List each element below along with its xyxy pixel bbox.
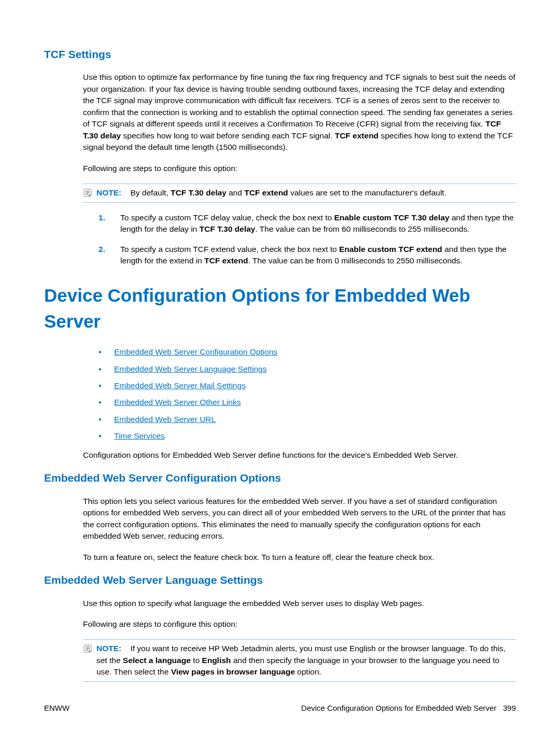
link-ews-language[interactable]: Embedded Web Server Language Settings bbox=[114, 364, 267, 373]
text: To specify a custom TCF extend value, ch… bbox=[120, 245, 339, 254]
tcf-steps-intro: Following are steps to configure this op… bbox=[83, 163, 516, 174]
list-item: To specify a custom TCF delay value, che… bbox=[99, 212, 516, 235]
bold-text: TCF T.30 delay bbox=[171, 188, 227, 197]
list-item: Embedded Web Server URL bbox=[99, 414, 516, 425]
text: . The value can be from 0 milliseconds t… bbox=[248, 256, 462, 265]
bold-text: TCF T.30 delay bbox=[200, 224, 256, 233]
text bbox=[124, 644, 131, 653]
link-ews-mail[interactable]: Embedded Web Server Mail Settings bbox=[114, 381, 246, 390]
page-footer: ENWW Device Configuration Options for Em… bbox=[44, 702, 516, 714]
text: option. bbox=[295, 667, 321, 676]
text: to bbox=[191, 656, 202, 665]
text: and bbox=[227, 188, 244, 197]
bold-text: English bbox=[202, 656, 231, 665]
link-time-services[interactable]: Time Services bbox=[114, 431, 165, 440]
text bbox=[124, 188, 131, 197]
footer-right: Device Configuration Options for Embedde… bbox=[301, 702, 516, 714]
ews-intro-paragraph: Configuration options for Embedded Web S… bbox=[83, 449, 516, 461]
text: To specify a custom TCF delay value, che… bbox=[120, 213, 334, 222]
bold-text: Enable custom TCF T.30 delay bbox=[334, 213, 449, 222]
text: . The value can be from 60 milliseconds … bbox=[255, 224, 469, 233]
tcf-steps-list: To specify a custom TCF delay value, che… bbox=[99, 212, 516, 267]
note-icon bbox=[83, 188, 92, 198]
heading-device-config: Device Configuration Options for Embedde… bbox=[44, 283, 516, 335]
list-item: To specify a custom TCF extend value, ch… bbox=[99, 244, 516, 267]
footer-section-title: Device Configuration Options for Embedde… bbox=[301, 704, 497, 712]
ews-config-para2: To turn a feature on, select the feature… bbox=[83, 552, 516, 563]
list-item: Embedded Web Server Mail Settings bbox=[99, 380, 516, 391]
note-icon bbox=[83, 644, 92, 653]
heading-ews-config-options: Embedded Web Server Configuration Option… bbox=[44, 470, 516, 486]
heading-ews-language: Embedded Web Server Language Settings bbox=[44, 572, 516, 588]
footer-left: ENWW bbox=[44, 702, 69, 714]
text: values are set to the manufacturer's def… bbox=[288, 188, 446, 197]
ews-config-para1: This option lets you select various feat… bbox=[83, 496, 516, 542]
bold-text: Enable custom TCF extend bbox=[339, 245, 442, 254]
text: By default, bbox=[130, 188, 171, 197]
heading-tcf-settings: TCF Settings bbox=[44, 47, 516, 62]
links-list: Embedded Web Server Configuration Option… bbox=[99, 346, 516, 442]
bold-text: TCF extend bbox=[335, 131, 379, 140]
link-ews-url[interactable]: Embedded Web Server URL bbox=[114, 415, 216, 424]
page-number: 399 bbox=[503, 704, 516, 712]
note-label: NOTE: bbox=[96, 188, 121, 197]
note-box: NOTE: If you want to receive HP Web Jeta… bbox=[83, 639, 516, 681]
text: Use this option to optimize fax performa… bbox=[83, 73, 515, 128]
list-item: Time Services bbox=[99, 430, 516, 442]
text: specifies how long to wait before sendin… bbox=[121, 131, 334, 140]
ews-lang-para1: Use this option to specify what language… bbox=[83, 598, 516, 609]
tcf-intro-paragraph: Use this option to optimize fax performa… bbox=[83, 72, 516, 153]
list-item: Embedded Web Server Language Settings bbox=[99, 363, 516, 375]
bold-text: TCF extend bbox=[244, 188, 288, 197]
bold-text: View pages in browser language bbox=[171, 667, 295, 676]
list-item: Embedded Web Server Other Links bbox=[99, 397, 516, 408]
ews-lang-para2: Following are steps to configure this op… bbox=[83, 619, 516, 630]
note-label: NOTE: bbox=[96, 644, 121, 653]
bold-text: TCF extend bbox=[204, 256, 248, 265]
list-item: Embedded Web Server Configuration Option… bbox=[99, 346, 516, 358]
link-ews-other[interactable]: Embedded Web Server Other Links bbox=[114, 398, 241, 406]
bold-text: Select a language bbox=[123, 656, 191, 665]
note-box: NOTE: By default, TCF T.30 delay and TCF… bbox=[83, 184, 516, 202]
link-ews-config[interactable]: Embedded Web Server Configuration Option… bbox=[114, 347, 277, 356]
